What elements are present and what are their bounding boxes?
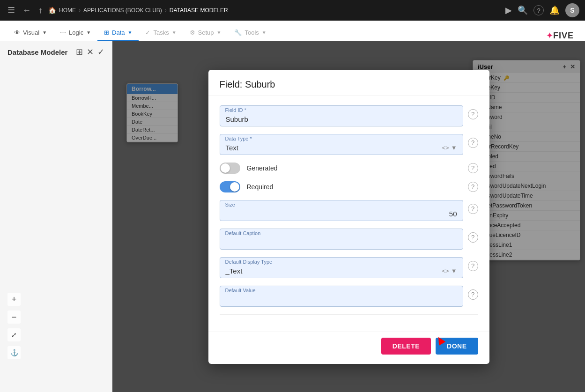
- sub-nav: 👁 Visual ▼ ⋯ Logic ▼ ⊞ Data ▼ ✓ Tasks ▼ …: [0, 21, 585, 41]
- tasks-dropdown-icon: ▼: [172, 30, 177, 35]
- field-id-input[interactable]: [220, 105, 463, 126]
- breadcrumb-arrow-2: ›: [165, 7, 167, 14]
- size-label: Size: [225, 202, 235, 207]
- default-caption-wrap: Default Caption: [220, 229, 463, 250]
- check-panel-icon[interactable]: ✓: [97, 47, 104, 57]
- add-panel-icon[interactable]: ⊞: [76, 47, 83, 57]
- back-icon[interactable]: ←: [21, 4, 33, 17]
- nav-logic[interactable]: ⋯ Logic ▼: [53, 25, 97, 41]
- generated-row: Generated ?: [220, 163, 478, 174]
- default-value-wrap: Default Value: [220, 286, 463, 307]
- close-panel-icon[interactable]: ✕: [87, 47, 94, 57]
- top-nav-right: ▶ 🔍 ? 🔔 S: [505, 3, 579, 17]
- five-logo: ✦ FIVE: [546, 30, 578, 41]
- default-value-label: Default Value: [225, 288, 256, 293]
- search-icon[interactable]: 🔍: [518, 5, 528, 15]
- data-type-field[interactable]: Data Type * Text <> ▼: [220, 134, 463, 155]
- play-icon[interactable]: ▶: [505, 5, 512, 15]
- tools-icon: 🔧: [234, 29, 242, 36]
- default-value-help-icon[interactable]: ?: [468, 289, 478, 300]
- delete-button[interactable]: DELETE: [381, 338, 431, 355]
- modal-backdrop: Field: Suburb Field ID * ?: [112, 41, 585, 392]
- nav-data[interactable]: ⊞ Data ▼: [97, 25, 139, 41]
- up-icon[interactable]: ↑: [37, 4, 44, 17]
- data-icon: ⊞: [104, 29, 109, 36]
- required-toggle[interactable]: [220, 181, 240, 192]
- generated-label: Generated: [247, 164, 278, 172]
- home-icon: 🏠: [48, 7, 56, 14]
- generated-help-icon[interactable]: ?: [468, 163, 478, 173]
- default-display-type-wrap: Default Display Type _Text <> ▼: [220, 257, 463, 278]
- default-display-type-field[interactable]: Default Display Type _Text <> ▼: [220, 257, 463, 278]
- modal-footer: DELETE DONE: [208, 332, 489, 364]
- visual-dropdown-icon: ▼: [42, 30, 47, 35]
- field-id-wrap: Field ID *: [220, 105, 463, 126]
- bell-icon[interactable]: 🔔: [549, 5, 560, 15]
- logic-icon: ⋯: [60, 29, 66, 36]
- canvas-area: Borrow... BorrowH... Membe... BookKey Da…: [112, 41, 585, 392]
- visual-icon: 👁: [14, 29, 20, 36]
- data-type-select-icons: <> ▼: [442, 144, 457, 151]
- zoom-in-button[interactable]: +: [7, 293, 21, 306]
- modal-divider: [220, 314, 478, 315]
- avatar[interactable]: S: [565, 3, 579, 17]
- default-display-type-label: Default Display Type: [225, 259, 273, 265]
- logic-dropdown-icon: ▼: [86, 30, 91, 35]
- modal-title: Field: Suburb: [220, 79, 275, 89]
- size-row: Size ?: [220, 200, 478, 221]
- data-type-code-icon: <>: [442, 144, 449, 151]
- anchor-button[interactable]: ⚓: [7, 346, 21, 359]
- field-id-help-icon[interactable]: ?: [468, 109, 478, 119]
- default-caption-row: Default Caption ?: [220, 229, 478, 250]
- breadcrumb-app[interactable]: APPLICATIONS (BOOK CLUB): [83, 7, 162, 14]
- data-type-row: Data Type * Text <> ▼ ?: [220, 134, 478, 155]
- sidebar-actions: ⊞ ✕ ✓: [76, 47, 104, 57]
- data-dropdown-icon: ▼: [128, 30, 133, 35]
- default-display-type-select-icons: <> ▼: [442, 267, 457, 274]
- tools-dropdown-icon: ▼: [262, 30, 267, 35]
- canvas-controls: + − ⤢ ⚓: [7, 293, 21, 359]
- data-type-help-icon[interactable]: ?: [468, 138, 478, 148]
- required-label: Required: [247, 183, 274, 191]
- default-caption-help-icon[interactable]: ?: [468, 232, 478, 243]
- modal-body: Field ID * ? Data Type * Text: [208, 96, 489, 332]
- display-type-chevron-icon: ▼: [451, 267, 457, 274]
- default-display-type-help-icon[interactable]: ?: [468, 261, 478, 271]
- generated-toggle-thumb: [221, 163, 230, 173]
- visual-label: Visual: [23, 29, 39, 36]
- field-id-label: Field ID *: [225, 107, 246, 113]
- modal-header: Field: Suburb: [208, 70, 489, 96]
- data-type-chevron-icon: ▼: [451, 144, 457, 151]
- setup-dropdown-icon: ▼: [217, 30, 222, 35]
- size-wrap: Size: [220, 200, 463, 221]
- size-input[interactable]: [220, 200, 463, 221]
- field-id-row: Field ID * ?: [220, 105, 478, 126]
- zoom-out-button[interactable]: −: [7, 311, 21, 324]
- breadcrumb-arrow-1: ›: [79, 7, 81, 14]
- top-nav: ☰ ← ↑ 🏠 HOME › APPLICATIONS (BOOK CLUB) …: [0, 0, 585, 21]
- tasks-label: Tasks: [153, 29, 169, 36]
- nav-tools[interactable]: 🔧 Tools ▼: [228, 25, 273, 41]
- default-caption-label: Default Caption: [225, 230, 261, 236]
- tools-label: Tools: [244, 29, 259, 36]
- data-type-label: Data Type *: [225, 136, 252, 141]
- size-help-icon[interactable]: ?: [468, 204, 478, 214]
- display-type-code-icon: <>: [442, 267, 449, 274]
- field-modal: Field: Suburb Field ID * ?: [208, 70, 489, 364]
- menu-icon[interactable]: ☰: [6, 3, 17, 17]
- tasks-icon: ✓: [145, 29, 150, 36]
- nav-visual[interactable]: 👁 Visual ▼: [7, 25, 53, 41]
- expand-button[interactable]: ⤢: [7, 328, 21, 341]
- nav-setup[interactable]: ⚙ Setup ▼: [183, 25, 228, 41]
- logic-label: Logic: [69, 29, 83, 36]
- nav-tasks[interactable]: ✓ Tasks ▼: [139, 25, 183, 41]
- help-icon[interactable]: ?: [533, 5, 544, 15]
- breadcrumb: 🏠 HOME › APPLICATIONS (BOOK CLUB) › DATA…: [48, 7, 228, 14]
- default-value-input[interactable]: [220, 286, 463, 307]
- data-label: Data: [112, 29, 125, 36]
- breadcrumb-home[interactable]: HOME: [59, 7, 76, 14]
- setup-label: Setup: [198, 29, 214, 36]
- required-help-icon[interactable]: ?: [468, 182, 478, 192]
- breadcrumb-db-modeler[interactable]: DATABASE MODELER: [170, 7, 228, 14]
- generated-toggle[interactable]: [220, 163, 240, 174]
